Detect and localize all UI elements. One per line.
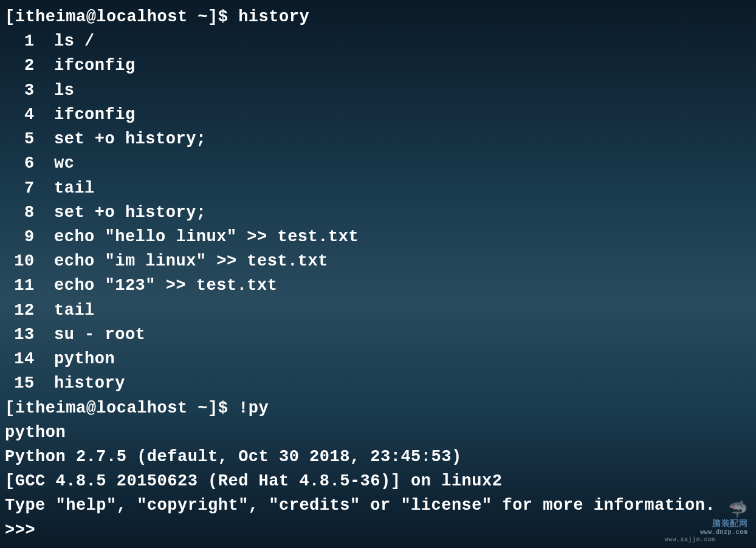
history-num: 7 (5, 176, 54, 200)
output-line: python (5, 420, 756, 445)
history-entry: 13su - root (5, 323, 756, 347)
command: !py (238, 399, 269, 417)
output-line: Type "help", "copyright", "credits" or "… (5, 493, 756, 518)
history-cmd: echo "123" >> test.txt (54, 276, 277, 295)
history-entry: 3ls (5, 78, 756, 103)
history-cmd: echo "hello linux" >> test.txt (54, 228, 359, 246)
history-num: 13 (5, 323, 54, 347)
prompt-symbol: $ (218, 8, 229, 26)
history-cmd: wc (54, 154, 74, 173)
history-entry: 2ifconfig (5, 53, 756, 78)
output-line: [GCC 4.8.5 20150623 (Red Hat 4.8.5-36)] … (5, 469, 756, 493)
history-cmd: tail (54, 179, 95, 197)
python-prompt[interactable]: >>> (5, 518, 756, 543)
history-cmd: echo "im linux" >> test.txt (54, 252, 328, 270)
history-entry: 15history (5, 371, 756, 396)
history-cmd: ifconfig (54, 57, 136, 75)
history-num: 2 (5, 53, 54, 78)
history-num: 14 (5, 347, 54, 371)
dir: ~ (198, 399, 208, 417)
history-cmd: ifconfig (54, 106, 136, 124)
history-entry: 9echo "hello linux" >> test.txt (5, 225, 756, 249)
history-num: 15 (5, 371, 54, 396)
history-num: 5 (5, 127, 54, 151)
output-line: Python 2.7.5 (default, Oct 30 2018, 23:4… (5, 445, 756, 469)
history-cmd: history (54, 374, 125, 392)
history-num: 1 (5, 29, 54, 53)
history-num: 10 (5, 249, 54, 273)
user: itheima (15, 399, 86, 417)
host: localhost (96, 399, 187, 417)
history-num: 4 (5, 103, 54, 127)
history-num: 3 (5, 78, 54, 103)
history-entry: 6wc (5, 151, 756, 176)
history-entry: 4ifconfig (5, 103, 756, 127)
user: itheima (15, 8, 86, 26)
history-cmd: su - root (54, 326, 145, 344)
dir: ~ (198, 8, 208, 26)
watermark-logo: 🦈 脑装配网 www.dnzp.com (700, 502, 747, 536)
history-cmd: set +o history; (54, 204, 207, 222)
history-cmd: ls (54, 81, 74, 100)
python-output: python Python 2.7.5 (default, Oct 30 201… (5, 420, 756, 543)
watermark-text: 脑装配网 (700, 518, 747, 529)
host: localhost (96, 8, 187, 26)
history-num: 9 (5, 225, 54, 249)
watermark-url: www.dnzp.com (700, 529, 747, 536)
history-entry: 7tail (5, 176, 756, 200)
history-num: 11 (5, 273, 54, 298)
history-entry: 10echo "im linux" >> test.txt (5, 249, 756, 273)
history-cmd: tail (54, 301, 95, 320)
history-entry: 5set +o history; (5, 127, 756, 151)
history-num: 8 (5, 200, 54, 225)
history-num: 12 (5, 298, 54, 323)
history-num: 6 (5, 151, 54, 176)
prompt-symbol: $ (218, 399, 229, 417)
history-entry: 11echo "123" >> test.txt (5, 273, 756, 298)
history-entry: 14python (5, 347, 756, 371)
history-entry: 1ls / (5, 29, 756, 53)
history-cmd: set +o history; (54, 130, 207, 148)
terminal[interactable]: [itheima@localhost ~]$ history 1ls / 2if… (5, 5, 756, 543)
history-entry: 12tail (5, 298, 756, 323)
watermark-secondary: www.xajjn.com (664, 536, 716, 543)
command: history (238, 8, 309, 26)
history-cmd: ls / (54, 32, 95, 50)
prompt-line-1: [itheima@localhost ~]$ history (5, 5, 756, 29)
history-list: 1ls / 2ifconfig 3ls 4ifconfig 5set +o hi… (5, 29, 756, 396)
shark-icon: 🦈 (700, 502, 747, 518)
history-cmd: python (54, 350, 115, 368)
prompt-line-2: [itheima@localhost ~]$ !py (5, 396, 756, 420)
history-entry: 8set +o history; (5, 200, 756, 225)
